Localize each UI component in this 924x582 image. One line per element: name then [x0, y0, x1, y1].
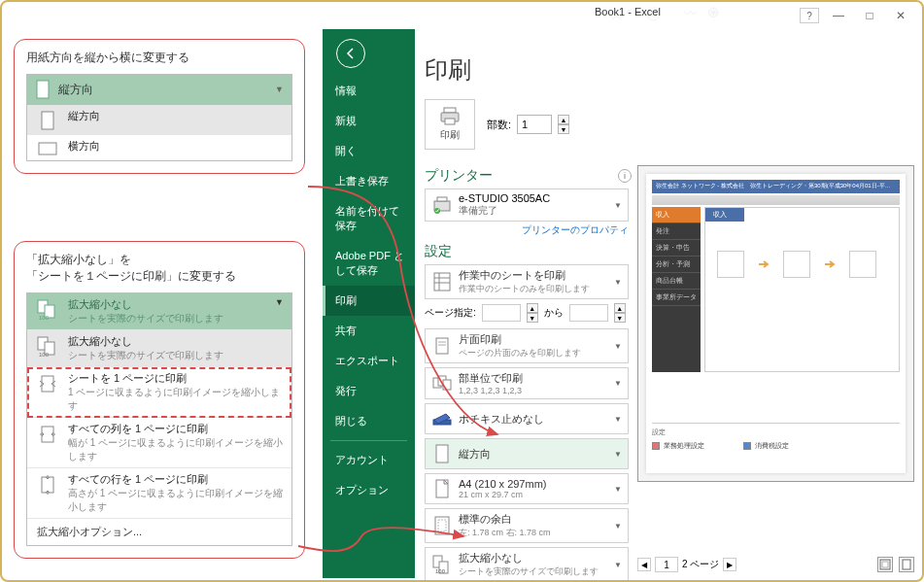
print-button[interactable]: 印刷: [425, 99, 475, 150]
close-button[interactable]: ✕: [889, 6, 912, 25]
preview-header: 弥生会計 ネットワーク - 株式会社 弥生トレーディング・第30期(平成30年0…: [652, 180, 900, 193]
svg-text:100: 100: [435, 568, 446, 574]
svg-rect-31: [37, 81, 49, 98]
orientation-option-portrait[interactable]: 縦方向: [27, 105, 291, 135]
backstage-sidebar: 情報 新規 開く 上書き保存 名前を付けて保存 Adobe PDF として保存 …: [323, 29, 415, 578]
svg-rect-21: [436, 445, 448, 462]
callout2-title-line2: 「シートを１ページに印刷」に変更する: [26, 269, 236, 283]
setting-scope[interactable]: 作業中のシートを印刷作業中のシートのみを印刷します ▼: [425, 264, 629, 299]
setting-scaling[interactable]: 100 拡大縮小なしシートを実際のサイズで印刷します ▼: [425, 547, 629, 582]
page-from-input[interactable]: [482, 304, 521, 322]
sidebar-item-saveas[interactable]: 名前を付けて保存: [323, 196, 415, 241]
copies-up[interactable]: ▲: [558, 115, 569, 124]
callout-scaling: 「拡大縮小なし」を 「シートを１ページに印刷」に変更する 100 拡大縮小なしシ…: [14, 241, 305, 559]
printer-device-icon: [431, 195, 453, 215]
svg-rect-8: [437, 197, 447, 201]
svg-rect-30: [903, 560, 910, 569]
landscape-icon: [38, 141, 57, 156]
svg-rect-32: [42, 112, 53, 129]
page-total-label: 2 ページ: [682, 558, 719, 571]
page-number-input[interactable]: [655, 557, 678, 572]
portrait-icon: [35, 80, 51, 99]
sidebar-item-save[interactable]: 上書き保存: [323, 166, 415, 196]
margins-icon: [434, 516, 450, 535]
prev-page-button[interactable]: ◀: [637, 558, 651, 571]
page-navigation: ◀ 2 ページ ▶: [637, 557, 736, 572]
setting-margins[interactable]: 標準の余白左: 1.78 cm 右: 1.78 cm ▼: [425, 508, 629, 543]
scaling-icon: 100: [432, 555, 452, 574]
portrait-icon: [40, 111, 55, 130]
sidebar-item-print[interactable]: 印刷: [323, 286, 415, 316]
help-button[interactable]: ?: [800, 8, 819, 23]
setting-orientation[interactable]: 縦方向 ▼: [425, 438, 629, 469]
setting-duplex[interactable]: 片面印刷ページの片面のみを印刷します ▼: [425, 328, 629, 363]
page-range-row: ページ指定: ▲▼ から ▲▼: [425, 303, 629, 323]
svg-rect-10: [434, 273, 450, 291]
next-page-button[interactable]: ▶: [723, 558, 736, 571]
fit-columns-icon: [37, 424, 58, 445]
maximize-button[interactable]: □: [858, 6, 881, 25]
svg-rect-33: [39, 143, 56, 154]
scaling-option-fit-rows[interactable]: すべての行を 1 ページに印刷高さが 1 ページに収まるように印刷イメージを縮小…: [27, 468, 291, 519]
copies-down[interactable]: ▼: [558, 124, 569, 134]
fit-rows-icon: [37, 474, 58, 496]
collate-icon: [432, 375, 452, 393]
svg-rect-19: [443, 380, 451, 390]
scaling-icon: 100: [37, 299, 58, 321]
svg-text:100: 100: [39, 315, 50, 321]
svg-rect-4: [444, 108, 456, 113]
scaling-custom-options[interactable]: 拡大縮小オプション...: [27, 519, 291, 545]
printer-dropdown[interactable]: e-STUDIO 3505AC 準備完了 ▼: [425, 188, 629, 222]
sidebar-item-account[interactable]: アカウント: [323, 445, 415, 475]
orientation-dropdown-header[interactable]: 縦方向 ▼: [26, 74, 292, 105]
copies-label: 部数:: [487, 118, 511, 132]
scaling-none-icon: 100: [37, 336, 58, 358]
callout-orientation: 用紙方向を縦から横に変更する 縦方向 ▼ 縦方向 横方向: [14, 39, 305, 174]
sidebar-item-export[interactable]: エクスポート: [323, 346, 415, 376]
scaling-option-none[interactable]: 100 拡大縮小なしシートを実際のサイズで印刷します: [27, 330, 291, 367]
portrait-icon: [434, 444, 450, 463]
window-title: Book1 - Excel: [595, 6, 661, 17]
callout1-title: 用紙方向を縦から横に変更する: [26, 50, 292, 66]
zoom-to-page-button[interactable]: [899, 557, 914, 572]
callout2-title-line1: 「拡大縮小なし」を: [26, 253, 131, 266]
svg-rect-6: [445, 119, 455, 124]
svg-text:100: 100: [39, 352, 50, 358]
one-side-icon: [433, 336, 451, 356]
print-preview: 弥生会計 ネットワーク - 株式会社 弥生トレーディング・第30期(平成30年0…: [637, 165, 914, 482]
page-title: 印刷: [425, 54, 910, 86]
sheet-icon: [433, 272, 451, 291]
info-icon[interactable]: i: [618, 169, 632, 183]
sidebar-item-close[interactable]: 閉じる: [323, 406, 415, 436]
sidebar-item-publish[interactable]: 発行: [323, 376, 415, 406]
svg-rect-14: [436, 338, 448, 354]
scaling-dropdown-header[interactable]: 100 拡大縮小なしシートを実際のサイズで印刷します ▼: [27, 293, 291, 330]
chevron-down-icon: ▼: [614, 201, 622, 210]
setting-collate[interactable]: 部単位で印刷1,2,3 1,2,3 1,2,3 ▼: [425, 367, 629, 399]
page-to-input[interactable]: [569, 304, 608, 322]
sidebar-item-options[interactable]: オプション: [323, 475, 415, 505]
copies-input[interactable]: [517, 115, 552, 134]
printer-status: 準備完了: [459, 204, 550, 218]
back-button[interactable]: [336, 39, 365, 68]
scaling-option-fit-sheet[interactable]: シートを 1 ページに印刷1 ページに収まるように印刷イメージを縮小します: [27, 367, 291, 418]
minimize-button[interactable]: ―: [827, 6, 850, 25]
sidebar-item-new[interactable]: 新規: [323, 106, 415, 136]
setting-staple[interactable]: ホチキス止めなし ▼: [425, 403, 629, 434]
setting-paper[interactable]: A4 (210 x 297mm)21 cm x 29.7 cm ▼: [425, 473, 629, 504]
orientation-option-landscape[interactable]: 横方向: [27, 135, 291, 160]
printer-properties-link[interactable]: プリンターのプロパティ: [425, 223, 629, 237]
paper-icon: [434, 479, 450, 498]
fit-sheet-icon: [37, 373, 58, 394]
stapler-icon: [432, 412, 452, 426]
sidebar-item-adobepdf[interactable]: Adobe PDF として保存: [323, 241, 415, 286]
scaling-option-fit-columns[interactable]: すべての列を 1 ページに印刷幅が 1 ページに収まるように印刷イメージを縮小し…: [27, 418, 291, 468]
titlebar: Book1 - Excel ? ― □ ✕: [323, 2, 920, 29]
sidebar-item-share[interactable]: 共有: [323, 316, 415, 346]
printer-icon: [439, 107, 461, 126]
svg-rect-29: [882, 562, 888, 567]
preview-sidebar: 収入 発注 決算・申告 分析・予測 商品台帳 事業所データ: [652, 207, 701, 372]
sidebar-item-info[interactable]: 情報: [323, 76, 415, 106]
sidebar-item-open[interactable]: 開く: [323, 136, 415, 166]
show-margins-button[interactable]: [877, 557, 893, 572]
